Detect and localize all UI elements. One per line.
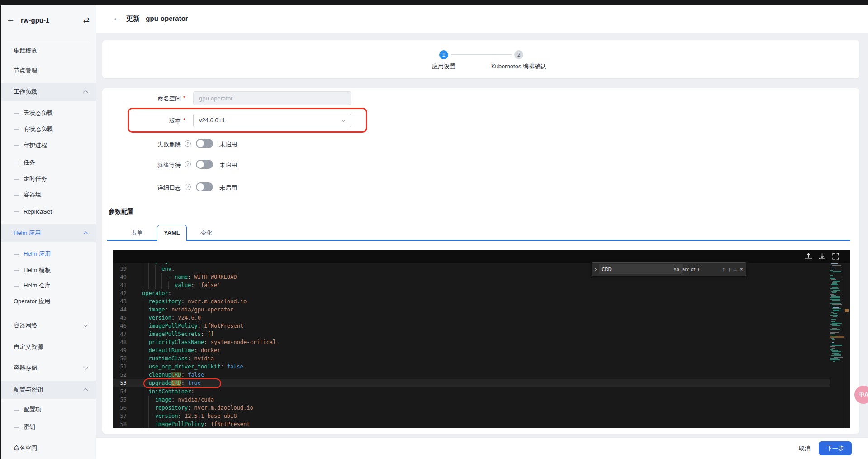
minimap-line: [833, 281, 840, 282]
code-token: 'false': [198, 282, 221, 288]
failed-delete-toggle[interactable]: [196, 139, 213, 148]
ready-wait-toggle[interactable]: [196, 160, 213, 169]
sidebar-item-20[interactable]: 密钥: [1, 419, 96, 435]
sidebar-item-7[interactable]: 定时任务: [1, 171, 96, 187]
sidebar-item-4[interactable]: 有状态负载: [1, 121, 96, 137]
sidebar-item-14[interactable]: Operator 应用: [1, 293, 96, 310]
sidebar-item-9[interactable]: ReplicaSet: [1, 203, 96, 220]
sidebar-item-2[interactable]: 工作负载: [1, 83, 96, 101]
dash-icon: [14, 270, 19, 271]
code-token: :: [204, 421, 210, 427]
sidebar-item-10[interactable]: Helm 应用: [1, 224, 96, 242]
help-icon[interactable]: ?: [185, 140, 191, 147]
cancel-button[interactable]: 取消: [795, 443, 815, 454]
find-prev-icon[interactable]: ↑: [722, 266, 726, 273]
minimap-line: [832, 308, 841, 309]
sidebar-item-16[interactable]: 自定义资源: [1, 339, 96, 356]
step-2-circle: 2: [514, 50, 523, 59]
sidebar-item-13[interactable]: Helm 仓库: [1, 277, 96, 294]
sidebar-item-5[interactable]: 守护进程: [1, 137, 96, 153]
minimap[interactable]: [830, 263, 844, 428]
minimap-line: [832, 287, 838, 288]
code-token: true: [188, 380, 201, 386]
tab-diff[interactable]: 变化: [195, 229, 218, 237]
sidebar-item-8[interactable]: 容器组: [1, 186, 96, 203]
code-token: nvcr.m.daocloud.io: [194, 405, 253, 411]
minimap-line: [831, 263, 837, 264]
indent-guide: [142, 314, 142, 322]
code-token: repository: [155, 405, 188, 411]
next-step-button[interactable]: 下一步: [819, 441, 852, 455]
code-text: cleanupCRD: false: [142, 371, 204, 379]
code-token: IfNotPresent: [204, 323, 243, 329]
verbose-log-toggle[interactable]: [196, 182, 213, 191]
fullscreen-icon[interactable]: [832, 253, 840, 260]
indent-guide: [148, 273, 149, 281]
indent-guide: [142, 354, 142, 363]
help-icon[interactable]: ?: [185, 161, 191, 167]
namespace-input[interactable]: [193, 91, 351, 105]
sidebar-item-21[interactable]: 命名空间: [1, 440, 96, 457]
line-number: 55: [113, 396, 127, 404]
line-number: 50: [113, 354, 127, 363]
sidebar-item-17[interactable]: 容器存储: [1, 359, 96, 377]
code-text: imagePullPolicy: IfNotPresent: [142, 420, 250, 428]
code-text: upgradeCRD: true: [142, 379, 201, 387]
tab-yaml[interactable]: YAML: [157, 225, 187, 241]
find-expand-icon[interactable]: ›: [595, 266, 597, 273]
toggle-state-text: 未启用: [219, 140, 237, 148]
download-icon[interactable]: [818, 253, 826, 260]
tab-form[interactable]: 表单: [125, 229, 148, 237]
code-token: :: [181, 380, 188, 386]
minimap-line: [831, 284, 838, 285]
code-line-47: 47 imagePullSecrets: []: [113, 330, 830, 338]
line-number: 46: [113, 322, 127, 330]
upload-icon[interactable]: [805, 253, 812, 260]
sidebar-item-12[interactable]: Helm 模板: [1, 262, 96, 278]
sidebar-item-11[interactable]: Helm 应用: [1, 246, 96, 262]
help-icon[interactable]: ?: [185, 184, 191, 190]
code-token: imagePullPolicy: [155, 421, 204, 427]
find-next-icon[interactable]: ↓: [728, 266, 731, 273]
overview-ruler[interactable]: [844, 250, 850, 428]
sidebar-item-0[interactable]: 集群概览: [1, 43, 96, 60]
minimap-line: [830, 324, 837, 325]
sidebar-item-1[interactable]: 节点管理: [1, 62, 96, 79]
back-icon[interactable]: ←: [113, 13, 121, 23]
code-token: [142, 339, 148, 345]
code-text: runtimeClass: nvidia: [142, 354, 214, 363]
sidebar-item-15[interactable]: 容器网络: [1, 317, 96, 334]
yaml-editor[interactable]: 38 plugin:39 env:40 - name: WITH_WORKLOA…: [113, 250, 850, 428]
sidebar-header: ← rw-gpu-1 ⇄: [1, 5, 96, 36]
footer-bar: 取消 下一步: [96, 438, 868, 459]
find-in-selection-icon[interactable]: ≡: [734, 266, 737, 273]
code-viewport[interactable]: 38 plugin:39 env:40 - name: WITH_WORKLOA…: [113, 263, 850, 428]
indent-guide: [142, 306, 142, 314]
minimap-line: [830, 344, 834, 344]
code-token: version: [155, 413, 178, 419]
switch-cluster-icon[interactable]: ⇄: [83, 15, 90, 25]
sidebar-item-19[interactable]: 配置项: [1, 402, 96, 418]
minimap-line: [830, 303, 841, 304]
sidebar-back-icon[interactable]: ←: [6, 14, 15, 24]
dash-icon: [14, 145, 19, 146]
code-line-57: 57 version: 12.5.1-base-ubi8: [113, 412, 830, 420]
sidebar-item-3[interactable]: 无状态负载: [1, 105, 96, 121]
code-token: :: [188, 405, 194, 411]
line-number: 39: [113, 265, 127, 273]
dash-icon: [14, 427, 19, 428]
find-close-icon[interactable]: ×: [740, 266, 743, 273]
match-case-icon[interactable]: Aa: [674, 267, 679, 272]
minimap-line: [830, 346, 835, 347]
sidebar-item-18[interactable]: 配置与密钥: [1, 381, 96, 399]
minimap-line: [832, 304, 842, 305]
code-line-56: 56 repository: nvcr.m.daocloud.io: [113, 404, 830, 412]
version-select[interactable]: v24.6.0+1: [193, 114, 351, 127]
code-token: [142, 266, 161, 272]
code-text: version: 12.5.1-base-ubi8: [142, 412, 237, 420]
line-number: 48: [113, 338, 127, 346]
sidebar-item-6[interactable]: 任务: [1, 154, 96, 171]
line-number: 40: [113, 273, 127, 281]
find-input[interactable]: [602, 266, 671, 273]
minimap-line: [832, 353, 839, 354]
